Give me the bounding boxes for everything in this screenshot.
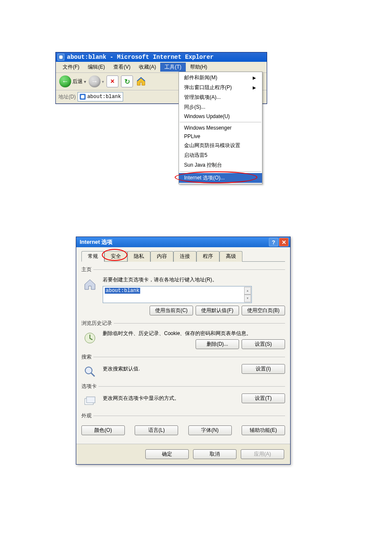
accessibility-button[interactable]: 辅助功能(E) bbox=[242, 425, 285, 435]
ie-titlebar: about:blank - Microsoft Internet Explore… bbox=[56, 52, 267, 62]
menu-item-label: 弹出窗口阻止程序(P) bbox=[184, 84, 232, 91]
menu-item-popup-blocker[interactable]: 弹出窗口阻止程序(P) ▶ bbox=[179, 83, 262, 92]
search-settings-button[interactable]: 设置(I) bbox=[242, 364, 285, 374]
address-label: 地址(D) bbox=[58, 93, 76, 101]
homepage-desc: 若要创建主页选项卡，请在各地址行键入地址(R)。 bbox=[103, 277, 285, 283]
menu-item-sync[interactable]: 同步(S)... bbox=[179, 102, 262, 112]
tab-privacy[interactable]: 隐私 bbox=[127, 251, 150, 262]
tab-connections[interactable]: 连接 bbox=[173, 251, 196, 262]
apply-button[interactable]: 应用(A) bbox=[241, 449, 284, 459]
tab-programs[interactable]: 程序 bbox=[196, 251, 219, 262]
menu-item-xunlei[interactable]: 启动迅雷5 bbox=[179, 150, 262, 160]
spin-up-icon[interactable]: ▴ bbox=[244, 287, 251, 295]
tab-advanced[interactable]: 高级 bbox=[219, 251, 242, 262]
languages-button[interactable]: 语言(L) bbox=[135, 425, 178, 435]
menu-item-label: Internet 选项(O)... bbox=[184, 174, 225, 182]
ie-logo-icon bbox=[58, 54, 64, 61]
homepage-address-input[interactable]: about:blank ▴ ▾ bbox=[103, 286, 252, 303]
ie-window: about:blank - Microsoft Internet Explore… bbox=[55, 52, 267, 104]
history-desc: 删除临时文件、历史记录、Cookie、保存的密码和网页表单信息。 bbox=[103, 330, 285, 337]
menu-separator bbox=[180, 171, 261, 172]
tabs-desc: 更改网页在选项卡中显示的方式。 bbox=[103, 395, 179, 402]
tabs-settings-button[interactable]: 设置(T) bbox=[242, 393, 285, 403]
delete-history-button[interactable]: 删除(D)... bbox=[196, 339, 239, 349]
stop-icon: × bbox=[110, 78, 114, 85]
submenu-arrow-icon: ▶ bbox=[253, 75, 256, 80]
tab-general[interactable]: 常规 bbox=[81, 251, 104, 262]
menu-item-label: Sun Java 控制台 bbox=[184, 162, 222, 169]
menu-item-windows-update[interactable]: Windows Update(U) bbox=[179, 112, 262, 121]
menu-item-manage-addons[interactable]: 管理加载项(A)... bbox=[179, 92, 262, 102]
menu-item-label: 管理加载项(A)... bbox=[184, 94, 221, 101]
menu-item-label: 启动迅雷5 bbox=[184, 152, 208, 159]
menu-item-label: Windows Update(U) bbox=[184, 113, 230, 119]
group-tabs-legend: 选项卡 bbox=[81, 383, 98, 390]
refresh-icon: ↻ bbox=[124, 78, 130, 86]
spin-down-icon[interactable]: ▾ bbox=[244, 295, 251, 302]
menu-help[interactable]: 帮助(H) bbox=[186, 63, 212, 72]
use-default-button[interactable]: 使用默认值(F) bbox=[196, 306, 239, 315]
forward-dropdown-icon: ▾ bbox=[102, 79, 104, 84]
menu-item-label: 同步(S)... bbox=[184, 104, 205, 111]
tab-content[interactable]: 内容 bbox=[150, 251, 173, 262]
stop-button[interactable]: × bbox=[107, 75, 118, 87]
menu-tools[interactable]: 工具(T) bbox=[160, 63, 185, 72]
forward-button[interactable]: → ▾ bbox=[89, 75, 104, 87]
group-tabs: 选项卡 更改网页在选项卡中显示的方式。 设置(T) bbox=[81, 383, 285, 408]
help-button[interactable]: ? bbox=[269, 238, 278, 246]
cancel-button[interactable]: 取消 bbox=[193, 449, 236, 459]
menu-item-label: 金山网页防挂马模块设置 bbox=[184, 142, 240, 149]
close-button[interactable]: ✕ bbox=[279, 238, 288, 246]
menu-item-windows-messenger[interactable]: Windows Messenger bbox=[179, 124, 262, 132]
menu-view[interactable]: 查看(V) bbox=[109, 63, 135, 72]
menu-item-pplive[interactable]: PPLive bbox=[179, 132, 262, 141]
group-homepage: 主页 若要创建主页选项卡，请在各地址行键入地址(R)。 about:blank … bbox=[81, 266, 285, 315]
back-dropdown-icon[interactable]: ▾ bbox=[84, 79, 86, 84]
use-current-button[interactable]: 使用当前页(C) bbox=[150, 306, 193, 315]
group-history-legend: 浏览历史记录 bbox=[81, 320, 114, 327]
group-appearance-legend: 外观 bbox=[81, 412, 93, 419]
tab-security[interactable]: 安全 bbox=[104, 251, 127, 261]
fonts-button[interactable]: 字体(N) bbox=[188, 425, 232, 435]
group-history: 浏览历史记录 删除临时文件、历史记录、Cookie、保存的密码和网页表单信息。 … bbox=[81, 320, 285, 350]
history-icon bbox=[81, 330, 98, 345]
group-appearance: 外观 颜色(O) 语言(L) 字体(N) 辅助功能(E) bbox=[81, 412, 285, 435]
dialog-title-text: Internet 选项 bbox=[80, 238, 112, 246]
colors-button[interactable]: 颜色(O) bbox=[81, 425, 125, 435]
menu-item-jinshan[interactable]: 金山网页防挂马模块设置 bbox=[179, 141, 262, 150]
page-icon bbox=[80, 94, 86, 100]
home-icon bbox=[136, 76, 146, 87]
use-blank-button[interactable]: 使用空白页(B) bbox=[242, 306, 285, 315]
menu-item-label: PPLive bbox=[184, 133, 200, 139]
menu-separator bbox=[180, 122, 261, 122]
group-search: 搜索 更改搜索默认值. 设置(I) bbox=[81, 353, 285, 379]
back-button[interactable]: ← 后退 ▾ bbox=[59, 75, 86, 87]
refresh-button[interactable]: ↻ bbox=[121, 75, 133, 87]
tabs-icon bbox=[81, 393, 98, 408]
search-desc: 更改搜索默认值. bbox=[103, 366, 140, 373]
dialog-titlebar: Internet 选项 ? ✕ bbox=[76, 237, 290, 247]
tools-dropdown-menu: 邮件和新闻(M) ▶ 弹出窗口阻止程序(P) ▶ 管理加载项(A)... 同步(… bbox=[179, 72, 262, 184]
menu-edit[interactable]: 编辑(E) bbox=[84, 63, 109, 72]
menu-item-label: Windows Messenger bbox=[184, 125, 231, 131]
menu-item-sun-java[interactable]: Sun Java 控制台 bbox=[179, 160, 262, 170]
address-field[interactable]: about:blank bbox=[78, 92, 123, 101]
menu-file[interactable]: 文件(F) bbox=[58, 63, 84, 72]
ok-button[interactable]: 确定 bbox=[145, 449, 189, 459]
menu-favorites[interactable]: 收藏(A) bbox=[135, 63, 160, 72]
group-homepage-legend: 主页 bbox=[81, 266, 93, 273]
home-button[interactable] bbox=[135, 76, 147, 87]
ie-title-text: about:blank - Microsoft Internet Explore… bbox=[67, 54, 213, 61]
homepage-address-value: about:blank bbox=[105, 288, 140, 294]
menu-item-mail-news[interactable]: 邮件和新闻(M) ▶ bbox=[179, 73, 262, 83]
scroll-spinner[interactable]: ▴ ▾ bbox=[244, 287, 251, 302]
back-label: 后退 bbox=[72, 78, 83, 85]
address-value: about:blank bbox=[87, 94, 121, 100]
history-settings-button[interactable]: 设置(S) bbox=[242, 339, 285, 349]
svg-line-2 bbox=[91, 373, 95, 376]
titlebar-buttons: ? ✕ bbox=[269, 238, 288, 246]
back-arrow-icon: ← bbox=[59, 75, 71, 87]
group-search-legend: 搜索 bbox=[81, 353, 93, 361]
menu-item-internet-options[interactable]: Internet 选项(O)... bbox=[179, 173, 262, 183]
svg-point-1 bbox=[85, 367, 92, 374]
